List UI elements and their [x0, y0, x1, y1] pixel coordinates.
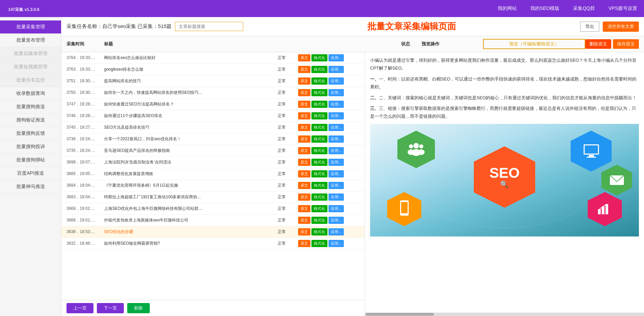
op-apply-btn[interactable]: 应用...: [328, 101, 344, 108]
op-orig-btn[interactable]: 原文: [298, 54, 310, 61]
op-format-btn[interactable]: 格式化: [311, 112, 327, 119]
nav-qq-group[interactable]: 采集QQ群: [573, 5, 595, 12]
op-format-btn[interactable]: 格式化: [311, 77, 327, 85]
op-orig-btn[interactable]: 原文: [298, 89, 310, 96]
op-apply-btn[interactable]: 应用...: [328, 193, 344, 201]
delete-orig-button[interactable]: 删除原文: [585, 39, 611, 49]
op-format-btn[interactable]: 格式化: [311, 193, 327, 201]
op-format-btn[interactable]: 格式化: [311, 217, 327, 224]
table-row[interactable]: 3668．19:01:… 外链代发包收录上海新媒体seo牛巨微科技公司 正常 原…: [61, 215, 365, 226]
nav-my-site[interactable]: 我的网站: [498, 5, 517, 12]
table-row[interactable]: 3735．19:24:… 亚马逊SEO提高产品排名的终极指南 正常 原文 格式化…: [61, 145, 365, 157]
op-apply-btn[interactable]: 应用...: [328, 135, 344, 143]
table-row[interactable]: 3683．19:04:… 特斯拉上海超级工厂19日复工推动100多家供应商协..…: [61, 191, 365, 203]
table-scroll[interactable]: 3764．19:33:… 网站排名seo怎么做会比较好 正常 原文 格式化 应用…: [61, 52, 365, 300]
col-status-header: 状态: [401, 41, 422, 47]
table-row[interactable]: 3736．19:24:… 分享一个2022新风口，抖音seo优化排名！ 正常 原…: [61, 133, 365, 145]
sidebar-item-record-query[interactable]: 收录数据查询: [0, 87, 61, 100]
export-button[interactable]: 导出: [580, 21, 599, 32]
table-row[interactable]: 3632．18:48:… 如何利用SEO做全网霸屏营销? 正常 原文 格式化 应…: [61, 238, 365, 249]
sidebar-item-batch-collect[interactable]: 批量采集管理: [0, 20, 61, 34]
op-apply-btn[interactable]: 应用...: [328, 240, 344, 247]
svg-rect-13: [587, 157, 596, 158]
op-format-btn[interactable]: 格式化: [311, 170, 327, 177]
svg-rect-18: [602, 206, 604, 214]
op-format-btn[interactable]: 格式化: [311, 182, 327, 189]
clear-all-button[interactable]: 清空所有文章: [603, 21, 639, 32]
op-orig-btn[interactable]: 原文: [298, 170, 310, 177]
table-row[interactable]: 3751．19:30:… 提高网站排名的技巧 正常 原文 格式化 应用...: [61, 75, 365, 87]
op-apply-btn[interactable]: 应用...: [328, 182, 344, 189]
op-orig-btn[interactable]: 原文: [298, 217, 310, 224]
op-orig-btn[interactable]: 原文: [298, 112, 310, 119]
op-format-btn[interactable]: 格式化: [311, 66, 327, 73]
table-row[interactable]: 3747．19:28:… 如何快速通过SEO方法提高网站排名？ 正常 原文 格式…: [61, 99, 365, 110]
op-orig-btn[interactable]: 原文: [298, 101, 310, 108]
sidebar-item-batch-sogou[interactable]: 批量搜狗推送: [0, 100, 61, 114]
table-row[interactable]: 3764．19:33:… 网站排名seo怎么做会比较好 正常 原文 格式化 应用…: [61, 52, 365, 64]
op-apply-btn[interactable]: 应用...: [328, 147, 344, 154]
next-page-button[interactable]: 下一页: [97, 303, 124, 313]
op-apply-btn[interactable]: 应用...: [328, 217, 344, 224]
op-format-btn[interactable]: 格式化: [311, 147, 327, 154]
table-row[interactable]: 3684．19:04:… 《宁夏优化营商环境条例》6月1日起实施 正常 原文 格…: [61, 180, 365, 191]
op-format-btn[interactable]: 格式化: [311, 124, 327, 131]
table-row[interactable]: 3669．19:01:… 上海SEO优化外包上海牛巨微网络科技有限公司站群...…: [61, 203, 365, 215]
table-row[interactable]: 3698．19:07:… 上海法院判决'负面压制业务'合同违法 正常 原文 格式…: [61, 157, 365, 168]
op-orig-btn[interactable]: 原文: [298, 124, 310, 131]
op-format-btn[interactable]: 格式化: [311, 135, 327, 143]
op-orig-btn[interactable]: 原文: [298, 182, 310, 189]
preview-content[interactable]: 小编认为就是通过引擎，得到好的，获得更多网站度我们称作流量，最后成成交。那么到底…: [365, 52, 644, 313]
scrollbar-thumb[interactable]: [366, 313, 434, 316]
op-format-btn[interactable]: 格式化: [311, 228, 327, 235]
nav-my-seo[interactable]: 我的SEO模版: [530, 5, 560, 12]
op-format-btn[interactable]: 格式化: [311, 101, 327, 108]
row-title: 上海SEO优化外包上海牛巨微网络科技有限公司站群...: [104, 206, 274, 212]
preview-scrollbar[interactable]: [365, 313, 644, 316]
op-orig-btn[interactable]: 原文: [298, 193, 310, 201]
op-apply-btn[interactable]: 应用...: [328, 77, 344, 85]
op-apply-btn[interactable]: 应用...: [328, 205, 344, 212]
nav-vps-setting[interactable]: VPS拨号设置: [609, 5, 637, 12]
table-row[interactable]: 3638．18:53:… SEO优化的步骤 正常 原文 格式化 应用...: [61, 226, 365, 238]
sidebar-item-sogou-verify[interactable]: 搜狗验证推送: [0, 114, 61, 127]
op-format-btn[interactable]: 格式化: [311, 205, 327, 212]
table-row[interactable]: 3750．19:30:… 如何在一天之内，快速提高网站排名的使用SEO技巧...…: [61, 87, 365, 99]
op-format-btn[interactable]: 格式化: [311, 240, 327, 247]
row-ops: 原文 格式化 应用...: [298, 101, 360, 108]
prev-page-button[interactable]: 上一页: [67, 303, 93, 313]
op-apply-btn[interactable]: 应用...: [328, 159, 344, 166]
table-row[interactable]: 3746．19:28:… 如何通过11个步骤提高SEO排名 正常 原文 格式化 …: [61, 110, 365, 122]
sidebar-item-batch-complaint[interactable]: 批量搜狗投诉: [0, 140, 61, 154]
op-apply-btn[interactable]: 应用...: [328, 66, 344, 73]
sidebar-item-baidu-api[interactable]: 百度API推送: [0, 167, 61, 180]
op-apply-btn[interactable]: 应用...: [328, 54, 344, 61]
save-orig-button[interactable]: 保存原文: [613, 39, 639, 49]
table-row[interactable]: 3685．19:05:… 结构调整优化发展提质增效 正常 原文 格式化 应用..…: [61, 168, 365, 180]
table-row[interactable]: 3763．19:33:… googleseo排名怎么做 正常 原文 格式化 应用…: [61, 64, 365, 75]
op-format-btn[interactable]: 格式化: [311, 159, 327, 166]
op-orig-btn[interactable]: 原文: [298, 159, 310, 166]
op-format-btn[interactable]: 格式化: [311, 54, 327, 61]
op-orig-btn[interactable]: 原文: [298, 205, 310, 212]
sidebar-item-batch-shenma[interactable]: 批量神马推送: [0, 180, 61, 193]
sidebar-item-batch-feedback[interactable]: 批量搜狗反馈: [0, 127, 61, 140]
refresh-button[interactable]: 刷新: [127, 303, 150, 313]
sidebar-item-batch-bind[interactable]: 批量搜狗绑站: [0, 154, 61, 167]
op-orig-btn[interactable]: 原文: [298, 228, 310, 235]
op-orig-btn[interactable]: 原文: [298, 77, 310, 85]
op-orig-btn[interactable]: 原文: [298, 147, 310, 154]
op-format-btn[interactable]: 格式化: [311, 89, 327, 96]
op-orig-btn[interactable]: 原文: [298, 240, 310, 247]
op-orig-btn[interactable]: 原文: [298, 135, 310, 143]
op-apply-btn[interactable]: 应用...: [328, 170, 344, 177]
op-orig-btn[interactable]: 原文: [298, 66, 310, 73]
op-apply-btn[interactable]: 应用...: [328, 124, 344, 131]
sidebar-item-batch-publish[interactable]: 批量发布管理: [0, 34, 61, 47]
table-row[interactable]: 3745．19:27:… SEO方法及提高排名技巧 正常 原文 格式化 应用..…: [61, 122, 365, 133]
search-input[interactable]: [175, 22, 243, 31]
op-apply-btn[interactable]: 应用...: [328, 89, 344, 96]
row-ops: 原文 格式化 应用...: [298, 205, 360, 212]
op-apply-btn[interactable]: 应用...: [328, 228, 344, 235]
op-apply-btn[interactable]: 应用...: [328, 112, 344, 119]
